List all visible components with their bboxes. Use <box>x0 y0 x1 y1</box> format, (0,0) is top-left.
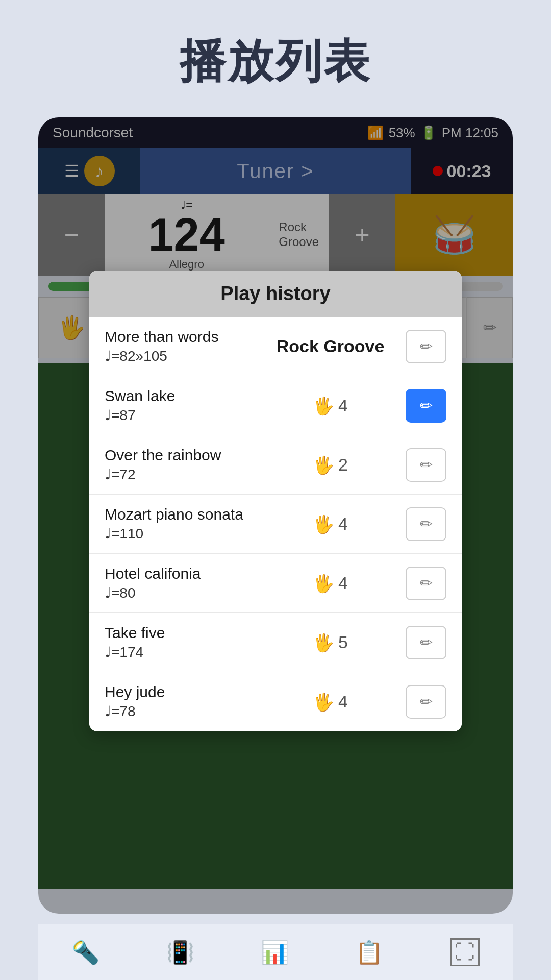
history-item[interactable]: More than words ♩=82»105 Rock Groove ✏ <box>89 317 462 376</box>
pencil-icon-1: ✏ <box>420 397 433 414</box>
modal-title: Play history <box>220 283 330 304</box>
history-item-name-3: Mozart piano sonata <box>105 506 255 523</box>
history-edit-btn-3[interactable]: ✏ <box>406 507 446 541</box>
history-edit-btn-6[interactable]: ✏ <box>406 685 446 719</box>
history-item-beat-6: 🖐4 <box>255 692 406 712</box>
hand-beat-icon-3: 🖐 <box>313 514 334 534</box>
hand-beat-icon-4: 🖐 <box>313 573 334 594</box>
pencil-icon-3: ✏ <box>420 515 433 533</box>
modal-header: Play history <box>89 271 462 317</box>
history-item-name-5: Take five <box>105 624 255 642</box>
history-item[interactable]: Swan lake ♩=87 🖐4 ✏ <box>89 376 462 435</box>
history-item-info-4: Hotel califonia ♩=80 <box>105 565 255 601</box>
history-item-name-4: Hotel califonia <box>105 565 255 582</box>
hand-beat-icon-1: 🖐 <box>313 396 334 416</box>
hand-beat-icon-5: 🖐 <box>313 632 334 653</box>
play-history-modal: Play history More than words ♩=82»105 Ro… <box>89 271 462 731</box>
hand-beat-icon-2: 🖐 <box>313 455 334 475</box>
history-item-name-0: More than words <box>105 328 255 346</box>
fullscreen-icon: ⛶ <box>450 938 480 966</box>
history-item[interactable]: Take five ♩=174 🖐5 ✏ <box>89 613 462 672</box>
bottom-nav: 🔦 📳 📊 📋 ⛶ <box>38 924 513 980</box>
history-edit-btn-2[interactable]: ✏ <box>406 448 446 482</box>
clipboard-icon: 📋 <box>355 939 383 966</box>
history-item-beat-5: 🖐5 <box>255 632 406 653</box>
history-item-info-0: More than words ♩=82»105 <box>105 328 255 364</box>
history-item[interactable]: Over the rainbow ♩=72 🖐2 ✏ <box>89 435 462 495</box>
flashlight-icon: 🔦 <box>71 939 99 966</box>
pencil-icon-5: ✏ <box>420 633 433 651</box>
pencil-icon-6: ✏ <box>420 693 433 710</box>
modal-body: More than words ♩=82»105 Rock Groove ✏ S… <box>89 317 462 731</box>
hand-beat-icon-6: 🖐 <box>313 692 334 712</box>
history-item-beat-4: 🖐4 <box>255 573 406 594</box>
history-item-info-1: Swan lake ♩=87 <box>105 387 255 424</box>
history-edit-btn-4[interactable]: ✏ <box>406 567 446 600</box>
nav-chart[interactable]: 📊 <box>261 939 289 966</box>
history-item-name-6: Hey jude <box>105 683 255 701</box>
vibrate-icon: 📳 <box>166 939 194 966</box>
history-item-info-6: Hey jude ♩=78 <box>105 683 255 720</box>
nav-flashlight[interactable]: 🔦 <box>71 939 99 966</box>
history-edit-btn-0[interactable]: ✏ <box>406 330 446 363</box>
nav-fullscreen[interactable]: ⛶ <box>450 938 480 966</box>
history-item[interactable]: Hotel califonia ♩=80 🖐4 ✏ <box>89 554 462 613</box>
history-item-beat-1: 🖐4 <box>255 396 406 416</box>
pencil-icon-2: ✏ <box>420 456 433 474</box>
nav-clipboard[interactable]: 📋 <box>355 939 383 966</box>
history-edit-btn-1[interactable]: ✏ <box>406 389 446 423</box>
history-item-beat-2: 🖐2 <box>255 455 406 475</box>
history-item-info-5: Take five ♩=174 <box>105 624 255 660</box>
history-item-bpm-1: ♩=87 <box>105 407 255 424</box>
page-title: 播放列表 <box>0 0 551 113</box>
history-edit-btn-5[interactable]: ✏ <box>406 626 446 659</box>
history-item-name-2: Over the rainbow <box>105 447 255 464</box>
history-item-info-3: Mozart piano sonata ♩=110 <box>105 506 255 542</box>
history-item-bpm-4: ♩=80 <box>105 584 255 601</box>
history-item-bpm-6: ♩=78 <box>105 703 255 720</box>
history-item-bpm-0: ♩=82»105 <box>105 348 255 364</box>
history-item-bpm-5: ♩=174 <box>105 644 255 660</box>
history-item[interactable]: Mozart piano sonata ♩=110 🖐4 ✏ <box>89 495 462 554</box>
history-item-bpm-3: ♩=110 <box>105 525 255 542</box>
history-item[interactable]: Hey jude ♩=78 🖐4 ✏ <box>89 672 462 731</box>
history-item-bpm-2: ♩=72 <box>105 466 255 483</box>
modal-overlay: Play history More than words ♩=82»105 Ro… <box>38 117 513 914</box>
history-item-beat-3: 🖐4 <box>255 514 406 534</box>
history-item-genre-0: Rock Groove <box>255 336 406 356</box>
history-item-info-2: Over the rainbow ♩=72 <box>105 447 255 483</box>
pencil-icon-0: ✏ <box>420 337 433 355</box>
chart-icon: 📊 <box>261 939 289 966</box>
nav-vibrate[interactable]: 📳 <box>166 939 194 966</box>
pencil-icon-4: ✏ <box>420 574 433 592</box>
history-item-name-1: Swan lake <box>105 387 255 405</box>
